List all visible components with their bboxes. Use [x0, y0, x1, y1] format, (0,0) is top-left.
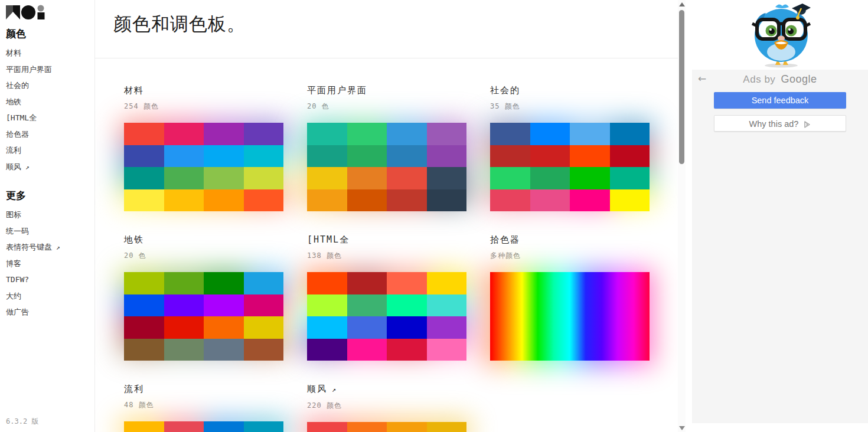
sidebar-item-label: [HTML全: [6, 113, 37, 122]
sidebar-item-地铁[interactable]: 地铁: [6, 94, 94, 110]
sidebar-item-大约[interactable]: 大约: [6, 288, 94, 305]
swatch-cell: [164, 339, 204, 361]
swatch-cell: [307, 145, 347, 168]
palette-swatch-area: [124, 272, 283, 361]
swatch-cell: [307, 294, 347, 317]
sidebar-item-label: 图标: [6, 210, 21, 219]
sidebar-item-label: 流利: [6, 146, 21, 155]
app-root: 颜色材料平面用户界面社会的地铁[HTML全拾色器流利顺风↗更多图标统一码表情符号…: [0, 0, 868, 432]
scroll-up-arrow-icon[interactable]: [678, 0, 686, 8]
swatch-cell: [307, 189, 347, 212]
sidebar-section: 更多图标统一码表情符号键盘↗博客TDFW?大约做广告: [6, 186, 94, 320]
sidebar-item-平面用户界面[interactable]: 平面用户界面: [6, 61, 94, 78]
palette-swatch-area: [490, 123, 650, 211]
swatch-cell: [204, 272, 244, 294]
swatch-cell: [530, 123, 570, 145]
palette-card-拾色器[interactable]: 拾色器多种颜色: [490, 233, 650, 361]
swatch-cell: [244, 145, 284, 168]
swatch-cell: [164, 145, 204, 168]
swatch-cell: [427, 123, 467, 145]
palette-swatch-grid: [124, 421, 283, 432]
swatch-cell: [490, 167, 530, 189]
ad-back-arrow-icon[interactable]: ←: [698, 73, 706, 84]
swatch-cell: [387, 294, 427, 317]
sidebar-item-顺风[interactable]: 顺风↗: [6, 159, 94, 175]
swatch-cell: [244, 272, 284, 294]
swatch-cell: [570, 145, 610, 168]
sidebar-item-TDFW?[interactable]: TDFW?: [6, 271, 94, 288]
why-this-ad-button[interactable]: Why this ad?: [714, 115, 846, 132]
swatch-cell: [427, 145, 467, 168]
swatch-cell: [204, 339, 244, 361]
swatch-cell: [610, 145, 650, 168]
swatch-cell: [490, 145, 530, 168]
swatch-cell: [164, 421, 204, 432]
swatch-cell: [307, 339, 347, 361]
swatch-cell: [427, 189, 467, 212]
palette-card-材料[interactable]: 材料254 颜色: [124, 84, 283, 211]
sidebar-item-[HTML全[interactable]: [HTML全: [6, 110, 94, 126]
swatch-cell: [124, 272, 164, 294]
sidebar-nav: 颜色材料平面用户界面社会的地铁[HTML全拾色器流利顺风↗更多图标统一码表情符号…: [6, 25, 94, 320]
palette-swatch-grid: [124, 272, 283, 361]
content-scrollbar[interactable]: [678, 0, 686, 432]
palette-name: 平面用户界面: [307, 84, 466, 97]
swatch-cell: [204, 421, 244, 432]
sidebar-item-统一码[interactable]: 统一码: [6, 223, 94, 240]
swatch-cell: [124, 189, 164, 212]
palette-swatch-grid: [124, 123, 283, 211]
swatch-cell: [124, 339, 164, 361]
swatch-cell: [124, 167, 164, 189]
sidebar-item-拾色器[interactable]: 拾色器: [6, 126, 94, 143]
swatch-cell: [124, 294, 164, 317]
swatch-cell: [570, 167, 610, 189]
swatch-cell: [490, 189, 530, 212]
palette-name-label: 顺风: [307, 384, 327, 394]
palette-name: 拾色器: [490, 233, 650, 246]
sidebar-item-博客[interactable]: 博客: [6, 256, 94, 272]
swatch-cell: [387, 316, 427, 339]
palette-card-顺风[interactable]: 顺风↗220 颜色: [307, 382, 466, 432]
swatch-cell: [530, 167, 570, 189]
swatch-cell: [347, 145, 387, 168]
sidebar-item-社会的[interactable]: 社会的: [6, 77, 94, 94]
sidebar-item-做广告[interactable]: 做广告: [6, 304, 94, 320]
sidebar-item-表情符号键盘[interactable]: 表情符号键盘↗: [6, 239, 94, 256]
send-feedback-button[interactable]: Send feedback: [714, 92, 846, 109]
ad-bird-mascot-image[interactable]: [745, 1, 818, 68]
version-label: 6.3.2 版: [6, 417, 38, 427]
swatch-cell: [347, 339, 387, 361]
scrollbar-thumb[interactable]: [679, 10, 684, 164]
scroll-down-arrow-icon[interactable]: [678, 424, 686, 432]
sidebar-item-材料[interactable]: 材料: [6, 45, 94, 61]
swatch-cell: [204, 145, 244, 168]
palette-card-grid: 材料254 颜色平面用户界面20 色社会的35 颜色地铁20 色[HTML全13…: [124, 84, 650, 432]
palette-name-label: [HTML全: [307, 234, 350, 245]
external-link-icon: ↗: [332, 385, 336, 394]
palette-name-label: 材料: [124, 85, 144, 96]
palette-card-地铁[interactable]: 地铁20 色: [124, 233, 283, 361]
swatch-cell: [204, 123, 244, 145]
swatch-cell: [610, 123, 650, 145]
swatch-cell: [570, 189, 610, 212]
sidebar-item-label: 做广告: [6, 307, 29, 316]
swatch-cell: [387, 189, 427, 212]
site-logo-icon[interactable]: [6, 5, 45, 20]
swatch-cell: [244, 294, 284, 317]
swatch-cell: [347, 422, 387, 432]
swatch-cell: [124, 421, 164, 432]
palette-name: 材料: [124, 84, 283, 97]
palette-card-[HTML全[interactable]: [HTML全138 颜色: [307, 233, 466, 361]
main-content: 颜色和调色板。 材料254 颜色平面用户界面20 色社会的35 颜色地铁20 色…: [94, 0, 678, 432]
palette-name-label: 流利: [124, 384, 144, 394]
palette-card-平面用户界面[interactable]: 平面用户界面20 色: [307, 84, 466, 211]
sidebar-item-图标[interactable]: 图标: [6, 207, 94, 223]
swatch-cell: [347, 316, 387, 339]
sidebar-item-流利[interactable]: 流利: [6, 142, 94, 159]
palette-card-流利[interactable]: 流利48 颜色: [124, 382, 283, 432]
swatch-cell: [244, 189, 284, 212]
swatch-cell: [427, 167, 467, 189]
title-divider: [95, 58, 678, 58]
palette-card-社会的[interactable]: 社会的35 颜色: [490, 84, 650, 211]
swatch-cell: [427, 422, 467, 432]
